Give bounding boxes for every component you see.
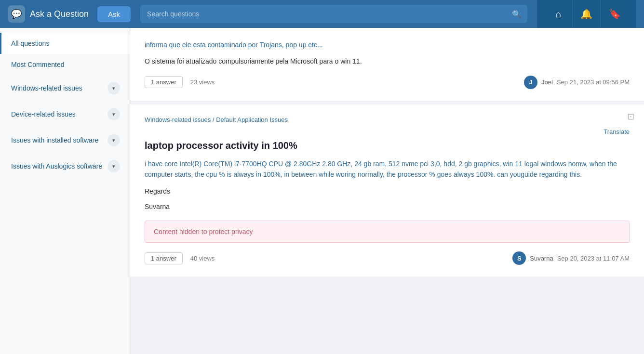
sidebar-item-label: Issues with Auslogics software xyxy=(11,162,102,170)
question-regards: Regards xyxy=(145,186,630,197)
home-icon[interactable]: ⌂ xyxy=(545,0,573,28)
sidebar-item-installed-software[interactable]: Issues with installed software ▾ xyxy=(0,127,130,153)
sidebar-item-all-questions[interactable]: All questions xyxy=(0,33,130,54)
sidebar-item-label: Device-related issues xyxy=(11,110,76,118)
header-right: ⌂ 🔔 🔖 xyxy=(537,0,636,28)
logo: 💬 Ask a Question xyxy=(8,5,89,23)
chevron-down-icon: ▾ xyxy=(107,160,120,172)
translate-row: Translate xyxy=(145,128,630,135)
sidebar-item-label: All questions xyxy=(11,39,49,47)
chevron-down-icon: ▾ xyxy=(107,134,120,146)
chevron-down-icon: ▾ xyxy=(107,108,120,120)
post-date: Sep 20, 2023 at 11:07 AM xyxy=(557,255,630,262)
avatar: J xyxy=(524,76,537,89)
answer-badge: 1 answer xyxy=(145,76,183,88)
sidebar-item-device[interactable]: Device-related issues ▾ xyxy=(0,101,130,127)
user-name: Suvarna xyxy=(530,255,553,262)
search-input[interactable] xyxy=(140,5,527,23)
content: informa que ele esta contaminado por Tro… xyxy=(130,28,644,354)
main-layout: All questions Most Commented Windows-rel… xyxy=(0,28,644,354)
user-name: Joel xyxy=(541,79,553,86)
question-footer-full: 1 answer 40 views S Suvarna Sep 20, 2023… xyxy=(145,251,630,265)
bell-icon[interactable]: 🔔 xyxy=(573,0,601,28)
sidebar: All questions Most Commented Windows-rel… xyxy=(0,28,130,354)
chevron-down-icon: ▾ xyxy=(107,82,120,94)
sidebar-item-auslogics[interactable]: Issues with Auslogics software ▾ xyxy=(0,153,130,179)
sidebar-item-most-commented[interactable]: Most Commented xyxy=(0,54,130,75)
sidebar-item-label: Issues with installed software xyxy=(11,136,98,144)
breadcrumb-link-2[interactable]: Default Application Issues xyxy=(216,116,288,123)
footer-left: 1 answer 23 views xyxy=(145,76,215,88)
question-body: i have core Intel(R) Core(TM) i7-7700HQ … xyxy=(145,158,630,180)
partial-body-1: informa que ele esta contaminado por Tro… xyxy=(145,39,630,50)
footer-right: S Suvarna Sep 20, 2023 at 11:07 AM xyxy=(512,251,630,265)
breadcrumb-link-1[interactable]: Windows-related issues xyxy=(145,116,211,123)
bookmark-icon-card[interactable]: ⊡ xyxy=(627,111,634,122)
translate-link[interactable]: Translate xyxy=(604,128,630,135)
footer-left: 1 answer 40 views xyxy=(145,252,215,264)
sidebar-item-label: Most Commented xyxy=(11,61,64,68)
question-card-partial: informa que ele esta contaminado por Tro… xyxy=(130,28,644,101)
sidebar-item-label: Windows-related issues xyxy=(11,84,82,92)
answer-badge: 1 answer xyxy=(145,252,183,264)
breadcrumb: Windows-related issues / Default Applica… xyxy=(145,116,630,123)
ask-button[interactable]: Ask xyxy=(97,6,131,22)
views-text: 23 views xyxy=(190,79,215,86)
partial-body-2: O sistema foi atualizado compulsoriament… xyxy=(145,56,630,66)
header: 💬 Ask a Question Ask 🔍 ⌂ 🔔 🔖 xyxy=(0,0,644,28)
privacy-notice: Content hidden to protect privacy xyxy=(145,221,630,243)
sidebar-item-windows[interactable]: Windows-related issues ▾ xyxy=(0,75,130,101)
views-text: 40 views xyxy=(190,255,215,262)
question-card-full: ⊡ Windows-related issues / Default Appli… xyxy=(130,105,644,277)
footer-right: J Joel Sep 21, 2023 at 09:56 PM xyxy=(524,76,630,89)
logo-icon: 💬 xyxy=(8,5,25,23)
post-date: Sep 21, 2023 at 09:56 PM xyxy=(557,79,630,86)
bookmark-icon[interactable]: 🔖 xyxy=(601,0,629,28)
question-title: laptop processor activity in 100% xyxy=(145,139,630,152)
avatar: S xyxy=(512,251,526,265)
question-footer-partial: 1 answer 23 views J Joel Sep 21, 2023 at… xyxy=(145,76,630,89)
question-author: Suvarna xyxy=(145,201,630,212)
search-container: 🔍 xyxy=(140,5,527,23)
search-icon: 🔍 xyxy=(512,10,522,19)
logo-text: Ask a Question xyxy=(30,9,89,19)
